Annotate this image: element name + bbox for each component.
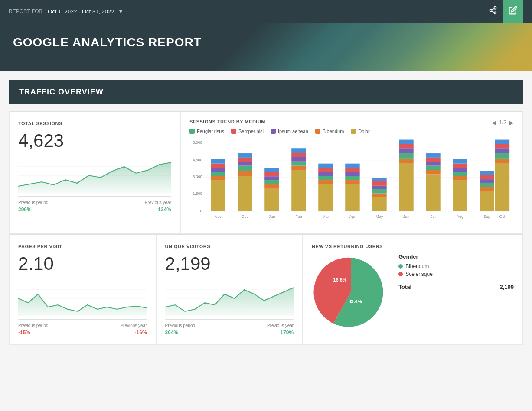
svg-rect-23 [211, 164, 225, 168]
content-area: TRAFFIC OVERVIEW TOTAL SESSIONS 4,623 [0, 71, 532, 354]
svg-rect-43 [291, 157, 306, 162]
svg-marker-8 [18, 162, 171, 193]
svg-rect-33 [264, 189, 279, 211]
section-title: TRAFFIC OVERVIEW [19, 87, 513, 97]
svg-text:1,500: 1,500 [193, 191, 202, 196]
svg-rect-21 [211, 172, 225, 176]
top-bar: REPORT FOR Oct 1, 2022 - Oct 31, 2022 ▾ [0, 0, 532, 23]
pages-prev-year: -16% [135, 330, 147, 336]
svg-text:6,000: 6,000 [193, 140, 202, 145]
pie-legend: Gender Bibendum Scelerisque Total 2,199 [398, 253, 514, 290]
bibendum-label: Bibendum [405, 263, 429, 269]
chart-header: SESSIONS TREND BY MEDIUM Feugiat risus S… [189, 119, 514, 138]
svg-rect-73 [399, 140, 413, 144]
sessions-trend-title: SESSIONS TREND BY MEDIUM [189, 119, 370, 124]
legend-label-bibendum: Bibendum [323, 129, 344, 134]
svg-rect-83 [453, 176, 467, 180]
svg-text:Nov: Nov [215, 214, 222, 219]
svg-rect-42 [291, 162, 306, 166]
svg-rect-89 [480, 191, 494, 211]
page-indicator: 1/2 [499, 120, 506, 126]
svg-rect-20 [211, 176, 225, 180]
svg-rect-50 [318, 172, 333, 176]
legend-feugiat: Feugiat risus [189, 129, 224, 134]
svg-rect-66 [372, 178, 386, 181]
traffic-overview-header: TRAFFIC OVERVIEW [9, 80, 523, 104]
gender-label: Gender [398, 253, 514, 260]
svg-rect-47 [318, 184, 333, 211]
svg-rect-26 [238, 176, 252, 211]
legend-dot-semper [231, 129, 236, 134]
pie-layout: 83.4% 16.6% Gender Bibendum Sc [312, 253, 514, 333]
legend-dot-dolor [351, 129, 356, 134]
report-for-section: REPORT FOR Oct 1, 2022 - Oct 31, 2022 ▾ [9, 8, 122, 15]
legend-dot-ipsum [271, 129, 276, 134]
svg-rect-75 [426, 174, 440, 211]
date-range: Oct 1, 2022 - Oct 31, 2022 [48, 8, 114, 15]
svg-rect-57 [345, 172, 359, 176]
share-button[interactable] [485, 3, 501, 20]
svg-rect-30 [238, 158, 252, 162]
svg-rect-98 [495, 153, 509, 159]
total-value: 2,199 [499, 284, 514, 290]
legend-dot-bibendum [315, 129, 320, 134]
date-range-dropdown[interactable]: ▾ [119, 8, 122, 15]
svg-rect-62 [372, 194, 386, 197]
unique-sparkline [165, 281, 294, 316]
svg-rect-48 [318, 180, 333, 184]
svg-rect-93 [480, 175, 494, 179]
svg-rect-87 [453, 159, 467, 164]
prev-page-button[interactable]: ◀ [492, 119, 496, 126]
svg-rect-52 [318, 164, 333, 168]
legend-semper: Semper nisi [231, 129, 264, 134]
svg-rect-40 [291, 170, 306, 211]
svg-rect-59 [345, 164, 359, 168]
svg-rect-61 [372, 197, 386, 211]
total-sessions-value: 4,623 [18, 130, 171, 151]
total-sessions-sparkline [18, 158, 171, 193]
svg-rect-45 [291, 148, 306, 153]
pages-sparkline [18, 281, 147, 316]
svg-point-1 [490, 9, 492, 11]
svg-point-0 [494, 6, 496, 9]
svg-text:3,000: 3,000 [193, 175, 202, 179]
svg-text:Sep: Sep [483, 214, 490, 219]
svg-rect-94 [480, 171, 494, 175]
svg-rect-36 [264, 176, 279, 180]
report-label: REPORT FOR [9, 8, 42, 14]
total-sessions-title: TOTAL SESSIONS [18, 121, 171, 126]
svg-rect-56 [345, 176, 359, 180]
svg-marker-106 [18, 294, 147, 316]
pages-prev-labels: Previous period Previous year [18, 323, 147, 328]
svg-rect-37 [264, 172, 279, 176]
bibendum-dot [398, 264, 403, 269]
svg-rect-84 [453, 172, 467, 176]
svg-rect-38 [264, 168, 279, 172]
unique-prev-values: 364% 179% [165, 330, 294, 336]
svg-rect-82 [453, 180, 467, 211]
svg-rect-68 [399, 163, 413, 211]
pages-per-visit-value: 2.10 [18, 253, 147, 274]
svg-rect-96 [495, 163, 509, 211]
svg-rect-80 [426, 153, 440, 158]
svg-rect-100 [495, 144, 509, 148]
svg-rect-79 [426, 158, 440, 162]
svg-rect-76 [426, 170, 440, 174]
top-bar-actions [485, 0, 523, 23]
svg-text:May: May [376, 214, 383, 219]
pages-per-visit-title: PAGES PER VISIT [18, 244, 147, 249]
svg-rect-29 [238, 162, 252, 166]
bottom-cards-grid: PAGES PER VISIT 2.10 [9, 234, 523, 345]
svg-line-3 [492, 11, 494, 12]
svg-text:0: 0 [200, 209, 202, 213]
edit-button[interactable] [503, 0, 523, 23]
next-page-button[interactable]: ▶ [509, 119, 514, 126]
legend-label-dolor: Dolor [358, 129, 369, 134]
bar-chart-svg: 6,000 4,500 3,000 1,500 0 [189, 138, 514, 225]
legend-ipsum: Ipsum aenean [271, 129, 308, 134]
svg-text:Jun: Jun [403, 214, 409, 219]
svg-text:4,500: 4,500 [193, 158, 202, 162]
svg-rect-34 [264, 184, 279, 189]
svg-text:83.4%: 83.4% [349, 299, 362, 304]
total-sessions-prev-labels: Previous period Previous year [18, 200, 171, 205]
